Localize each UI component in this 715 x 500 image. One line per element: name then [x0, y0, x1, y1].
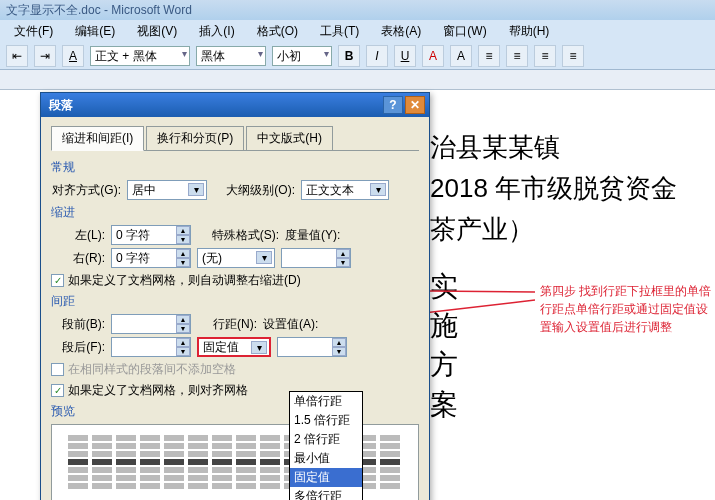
label-align: 对齐方式(G):: [51, 182, 121, 199]
dialog-titlebar[interactable]: 段落 ? ✕: [41, 93, 429, 117]
group-spacing: 间距: [51, 293, 419, 310]
menu-bar: 文件(F) 编辑(E) 视图(V) 插入(I) 格式(O) 工具(T) 表格(A…: [0, 20, 715, 42]
line-spacing-select[interactable]: 固定值: [197, 337, 271, 357]
doc-line-2: 2018 年市级脱贫资金: [430, 171, 677, 206]
label-by: 度量值(Y):: [285, 227, 355, 244]
doc-line-1: 治县某某镇: [430, 130, 677, 165]
dd-opt-1-5[interactable]: 1.5 倍行距: [290, 411, 362, 430]
dd-opt-min[interactable]: 最小值: [290, 449, 362, 468]
indent-left-field[interactable]: 0 字符▲▼: [111, 225, 191, 245]
no-space-same-style-checkbox: [51, 363, 64, 376]
indent-right-field[interactable]: 0 字符▲▼: [111, 248, 191, 268]
space-after-field[interactable]: ▲▼: [111, 337, 191, 357]
doc-vert-3: 方: [430, 345, 677, 384]
align-justify-button[interactable]: ≡: [562, 45, 584, 67]
space-before-field[interactable]: ▲▼: [111, 314, 191, 334]
label-line: 行距(N):: [197, 316, 257, 333]
indent-left-button[interactable]: ⇤: [6, 45, 28, 67]
dd-opt-single[interactable]: 单倍行距: [290, 392, 362, 411]
group-general: 常规: [51, 159, 419, 176]
window-title: 文字显示不全.doc - Microsoft Word: [6, 2, 192, 19]
toolbar: ⇤ ⇥ A 正文 + 黑体 黑体 小初 B I U A A ≡ ≡ ≡ ≡: [0, 42, 715, 70]
group-indent: 缩进: [51, 204, 419, 221]
doc-vert-4: 案: [430, 385, 677, 424]
italic-button[interactable]: I: [366, 45, 388, 67]
dd-opt-double[interactable]: 2 倍行距: [290, 430, 362, 449]
dd-opt-multi[interactable]: 多倍行距: [290, 487, 362, 500]
bold-button[interactable]: B: [338, 45, 360, 67]
window-titlebar: 文字显示不全.doc - Microsoft Word: [0, 0, 715, 20]
close-button[interactable]: ✕: [405, 96, 425, 114]
label-after: 段后(F):: [51, 339, 105, 356]
group-preview: 预览: [51, 403, 419, 420]
menu-window[interactable]: 窗口(W): [433, 21, 496, 42]
auto-adjust-checkbox[interactable]: ✓: [51, 274, 64, 287]
menu-file[interactable]: 文件(F): [4, 21, 63, 42]
tab-chinese[interactable]: 中文版式(H): [246, 126, 333, 151]
label-left: 左(L):: [51, 227, 105, 244]
align-right-button[interactable]: ≡: [534, 45, 556, 67]
label-chk2: 在相同样式的段落间不添加空格: [68, 361, 236, 378]
menu-tools[interactable]: 工具(T): [310, 21, 369, 42]
label-chk1: 如果定义了文档网格，则自动调整右缩进(D): [68, 272, 301, 289]
snap-grid-checkbox[interactable]: ✓: [51, 384, 64, 397]
label-right: 右(R):: [51, 250, 105, 267]
dd-opt-fixed[interactable]: 固定值: [290, 468, 362, 487]
tab-indent-spacing[interactable]: 缩进和间距(I): [51, 126, 144, 151]
menu-insert[interactable]: 插入(I): [189, 21, 244, 42]
menu-edit[interactable]: 编辑(E): [65, 21, 125, 42]
label-before: 段前(B):: [51, 316, 105, 333]
outline-select[interactable]: 正文文本: [301, 180, 389, 200]
menu-help[interactable]: 帮助(H): [499, 21, 560, 42]
at-field[interactable]: ▲▼: [277, 337, 347, 357]
document-text: 治县某某镇 2018 年市级脱贫资金 茶产业） 实 施 方 案: [430, 130, 677, 424]
by-field[interactable]: ▲▼: [281, 248, 351, 268]
special-select[interactable]: (无): [197, 248, 275, 268]
dialog-title: 段落: [45, 97, 381, 114]
annotation-text: 第四步 找到行距下拉框里的单倍行距点单倍行距或通过固定值设置输入设置值后进行调整: [540, 282, 715, 336]
paragraph-dialog: 段落 ? ✕ 缩进和间距(I) 换行和分页(P) 中文版式(H) 常规 对齐方式…: [40, 92, 430, 500]
font-dialog-button[interactable]: A: [62, 45, 84, 67]
menu-view[interactable]: 视图(V): [127, 21, 187, 42]
tab-strip: 缩进和间距(I) 换行和分页(P) 中文版式(H): [51, 125, 419, 151]
ruler: [0, 70, 715, 90]
preview-box: [51, 424, 419, 500]
label-special: 特殊格式(S):: [197, 227, 279, 244]
label-chk3: 如果定义了文档网格，则对齐网格: [68, 382, 248, 399]
char-border-button[interactable]: A: [450, 45, 472, 67]
font-color-button[interactable]: A: [422, 45, 444, 67]
underline-button[interactable]: U: [394, 45, 416, 67]
menu-table[interactable]: 表格(A): [371, 21, 431, 42]
align-select[interactable]: 居中: [127, 180, 207, 200]
tab-line-page[interactable]: 换行和分页(P): [146, 126, 244, 151]
label-at: 设置值(A):: [263, 316, 333, 333]
font-select[interactable]: 黑体: [196, 46, 266, 66]
size-select[interactable]: 小初: [272, 46, 332, 66]
help-button[interactable]: ?: [383, 96, 403, 114]
doc-line-3: 茶产业）: [430, 212, 677, 247]
line-spacing-dropdown: 单倍行距 1.5 倍行距 2 倍行距 最小值 固定值 多倍行距: [289, 391, 363, 500]
menu-format[interactable]: 格式(O): [247, 21, 308, 42]
indent-right-button[interactable]: ⇥: [34, 45, 56, 67]
align-center-button[interactable]: ≡: [506, 45, 528, 67]
label-outline: 大纲级别(O):: [213, 182, 295, 199]
align-left-button[interactable]: ≡: [478, 45, 500, 67]
style-select[interactable]: 正文 + 黑体: [90, 46, 190, 66]
